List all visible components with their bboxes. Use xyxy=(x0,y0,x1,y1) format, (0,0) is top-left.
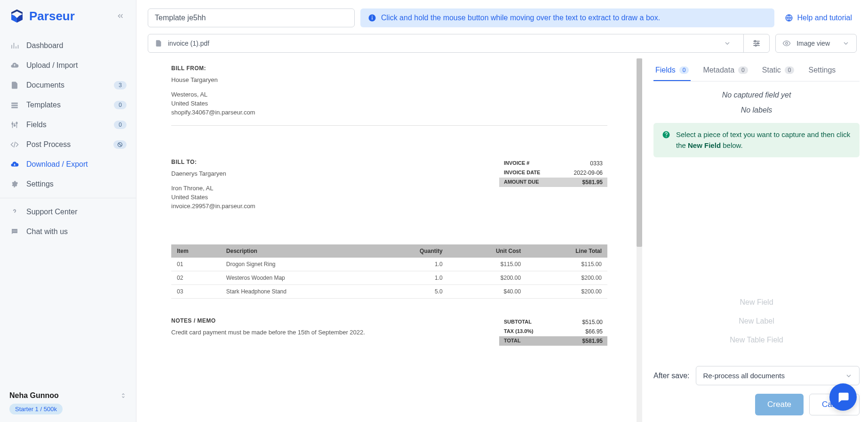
document-preview[interactable]: BILL FROM: House Targaryen Westeros, AL … xyxy=(136,58,637,422)
divider xyxy=(171,125,607,126)
after-save-label: After save: xyxy=(653,372,689,380)
logo-icon xyxy=(9,8,24,24)
nav-label: Download / Export xyxy=(26,160,88,169)
question-icon xyxy=(662,130,670,151)
view-mode-dropdown[interactable]: Image view xyxy=(775,34,857,53)
new-table-field-button[interactable]: New Table Field xyxy=(724,332,789,348)
invoice-meta: INVOICE #0333 INVOICE DATE2022-09-06 AMO… xyxy=(499,159,607,187)
chevron-down-icon xyxy=(845,372,852,380)
main-nav: Dashboard Upload / Import Documents 3 Te… xyxy=(0,32,136,245)
svg-point-5 xyxy=(13,231,14,232)
bill-from-addr2: United States xyxy=(171,100,607,107)
panel-ghost-buttons: New Field New Label New Table Field xyxy=(653,285,860,360)
nav-download-export[interactable]: Download / Export xyxy=(0,154,136,174)
nav-support[interactable]: Support Center xyxy=(0,202,136,222)
bill-to-addr1: Iron Throne, AL xyxy=(171,185,255,192)
toolbar: invoice (1).pdf Image view xyxy=(136,32,868,58)
nav-label: Chat with us xyxy=(26,227,68,236)
nav-label: Upload / Import xyxy=(26,61,78,70)
invoice-page: BILL FROM: House Targaryen Westeros, AL … xyxy=(148,58,631,355)
svg-point-2 xyxy=(14,125,16,126)
user-menu[interactable]: Neha Gunnoo xyxy=(9,391,127,400)
after-save-dropdown[interactable]: Re-process all documents xyxy=(696,366,860,385)
bill-to-addr2: United States xyxy=(171,194,255,201)
totals: SUBTOTAL$515.00 TAX (13.0%)$66.95 TOTAL$… xyxy=(499,317,607,346)
nav-chat[interactable]: Chat with us xyxy=(0,222,136,242)
col-desc: Description xyxy=(221,244,374,258)
file-dropdown[interactable]: invoice (1).pdf xyxy=(148,34,743,52)
empty-labels-text: No labels xyxy=(653,106,860,114)
eye-icon xyxy=(782,39,791,48)
svg-point-1 xyxy=(12,123,13,124)
tip-text: Select a piece of text you want to captu… xyxy=(676,130,851,151)
tab-fields[interactable]: Fields0 xyxy=(653,63,691,81)
svg-point-3 xyxy=(16,122,17,124)
globe-icon xyxy=(785,14,793,22)
chat-icon xyxy=(9,227,20,237)
chat-fab[interactable] xyxy=(829,383,857,411)
nav-label: Post Process xyxy=(26,140,71,149)
nav-settings[interactable]: Settings xyxy=(0,174,136,194)
after-save-value: Re-process all documents xyxy=(703,372,784,380)
create-button[interactable]: Create xyxy=(755,394,804,415)
nav-fields[interactable]: Fields 0 xyxy=(0,115,136,135)
chat-bubble-icon xyxy=(836,390,850,404)
tab-settings[interactable]: Settings xyxy=(806,63,837,81)
top-bar: Click and hold the mouse button while mo… xyxy=(136,0,868,32)
chevron-down-icon xyxy=(842,40,850,47)
nav-documents[interactable]: Documents 3 xyxy=(0,75,136,95)
nav-upload[interactable]: Upload / Import xyxy=(0,56,136,75)
documents-icon xyxy=(9,80,20,90)
sidebar-footer: Neha Gunnoo Starter 1 / 500k xyxy=(0,384,136,422)
file-settings-button[interactable] xyxy=(743,34,769,52)
fields-panel: Fields0 Metadata0 Static0 Settings No ca… xyxy=(642,58,868,422)
view-mode-text: Image view xyxy=(796,40,830,47)
logo[interactable]: Parseur xyxy=(9,8,75,24)
user-name: Neha Gunnoo xyxy=(9,391,59,400)
col-qty: Quantity xyxy=(374,244,448,258)
notes-text: Credit card payment must be made before … xyxy=(171,329,365,336)
file-name-text: invoice (1).pdf xyxy=(168,40,209,47)
template-name-input[interactable] xyxy=(148,8,355,27)
nav-templates[interactable]: Templates 0 xyxy=(0,95,136,115)
logo-text: Parseur xyxy=(29,9,75,24)
nav-badge: 3 xyxy=(114,81,127,89)
sidebar-collapse-button[interactable] xyxy=(114,10,127,22)
gear-icon xyxy=(9,179,20,189)
nav-badge: 0 xyxy=(114,101,127,109)
new-field-button[interactable]: New Field xyxy=(734,294,779,310)
new-label-button[interactable]: New Label xyxy=(733,313,780,329)
nav-label: Support Center xyxy=(26,208,78,216)
svg-point-6 xyxy=(14,231,15,232)
nav-badge: 0 xyxy=(114,121,127,129)
tab-metadata[interactable]: Metadata0 xyxy=(701,63,749,81)
nav-post-process[interactable]: Post Process xyxy=(0,135,136,154)
info-icon xyxy=(368,14,376,22)
fields-icon xyxy=(9,120,20,130)
svg-point-13 xyxy=(757,43,759,44)
panel-body: No captured field yet No labels Select a… xyxy=(653,81,860,285)
svg-point-10 xyxy=(372,16,373,16)
svg-point-15 xyxy=(786,42,788,45)
col-item: Item xyxy=(171,244,221,258)
file-selector: invoice (1).pdf xyxy=(148,34,770,53)
nav-label: Templates xyxy=(26,101,61,109)
table-row: 02Westeros Wooden Map1.0$200.00$200.00 xyxy=(171,271,607,285)
nav-label: Settings xyxy=(26,180,54,188)
info-text: Click and hold the mouse button while mo… xyxy=(381,14,660,22)
help-link[interactable]: Help and tutorial xyxy=(780,14,857,22)
templates-icon xyxy=(9,100,20,110)
download-icon xyxy=(9,159,20,170)
scrollbar[interactable] xyxy=(637,58,642,422)
svg-point-17 xyxy=(666,136,667,137)
chevron-updown-icon xyxy=(120,391,127,400)
help-icon xyxy=(9,207,20,217)
plan-badge: Starter 1 / 500k xyxy=(9,404,63,414)
tab-static[interactable]: Static0 xyxy=(760,63,796,81)
panel-tabs: Fields0 Metadata0 Static0 Settings xyxy=(653,58,860,81)
nav-dashboard[interactable]: Dashboard xyxy=(0,36,136,56)
bill-from-label: BILL FROM: xyxy=(171,65,607,72)
bill-from-addr1: Westeros, AL xyxy=(171,91,607,98)
help-text: Help and tutorial xyxy=(797,14,852,22)
col-total: Line Total xyxy=(526,244,607,258)
